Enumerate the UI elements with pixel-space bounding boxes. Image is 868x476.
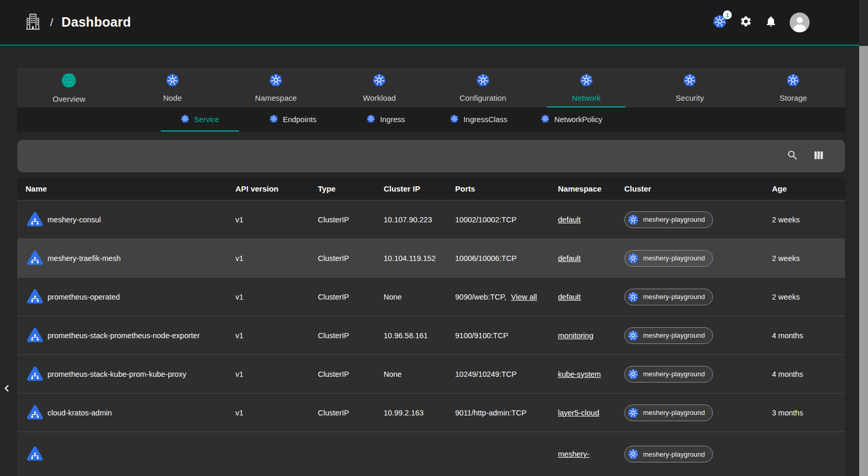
column-header-ports[interactable]: Ports: [455, 184, 558, 193]
table-row[interactable]: meshery-traefik-mesh v1 ClusterIP 10.104…: [17, 239, 845, 277]
kubernetes-icon: [269, 73, 283, 89]
column-header-api-version[interactable]: API version: [235, 184, 318, 193]
table-row[interactable]: prometheus-stack-kube-prom-kube-proxy v1…: [17, 354, 845, 393]
cluster-cell: meshery-playground: [624, 250, 755, 267]
search-button[interactable]: [787, 149, 799, 163]
subtab-networkpolicy[interactable]: NetworkPolicy: [525, 108, 618, 132]
cluster-name: meshery-playground: [643, 216, 705, 223]
service-type: ClusterIP: [318, 254, 384, 263]
subtab-ingress[interactable]: Ingress: [339, 108, 432, 132]
name-cell: meshery-traefik-mesh: [17, 249, 235, 268]
building-icon[interactable]: [24, 13, 42, 32]
age: 2 weeks: [755, 254, 845, 263]
namespace-cell: default: [558, 254, 624, 263]
namespace-link[interactable]: meshery-: [558, 450, 589, 458]
kubernetes-context-button[interactable]: 1: [712, 14, 727, 30]
subtab-service[interactable]: Service: [153, 108, 246, 132]
age: 2 weeks: [755, 216, 845, 224]
namespace-link[interactable]: default: [558, 216, 581, 224]
namespace-cell: monitoring: [558, 331, 624, 340]
table-header-row: NameAPI versionTypeCluster IPPortsNamesp…: [17, 177, 845, 200]
tab-configuration[interactable]: Configuration: [431, 68, 534, 108]
cluster-chip[interactable]: meshery-playground: [624, 289, 713, 305]
view-all-link[interactable]: View all: [511, 293, 537, 301]
kubernetes-icon: [165, 73, 180, 89]
table-row[interactable]: prometheus-stack-prometheus-node-exporte…: [17, 316, 845, 354]
page-scrollbar-track: [859, 0, 868, 476]
namespace-link[interactable]: layer5-cloud: [558, 409, 599, 417]
drawer-collapse-button[interactable]: [0, 380, 15, 397]
service-icon: [26, 210, 44, 229]
kubernetes-icon: [181, 114, 189, 125]
cluster-cell: meshery-playground: [624, 211, 755, 228]
subtab-ingressclass[interactable]: IngressClass: [432, 108, 525, 132]
service-type: ClusterIP: [318, 370, 384, 378]
cluster-cell: meshery-playground: [624, 404, 755, 421]
name-cell: meshery-consul: [17, 210, 235, 229]
cluster-chip[interactable]: meshery-playground: [624, 446, 713, 462]
cluster-cell: meshery-playground: [624, 327, 755, 344]
cluster-chip[interactable]: meshery-playground: [624, 250, 713, 267]
cluster-chip[interactable]: meshery-playground: [624, 211, 713, 228]
tab-storage[interactable]: Storage: [742, 68, 845, 108]
cluster-chip[interactable]: meshery-playground: [624, 404, 713, 421]
ports: 10006/10006:TCP: [455, 254, 517, 263]
table-row[interactable]: meshery- meshery-playground: [17, 432, 845, 476]
namespace-cell: meshery-: [558, 450, 624, 458]
subtab-label: Endpoints: [283, 115, 317, 124]
column-header-cluster[interactable]: Cluster: [624, 184, 755, 193]
kubernetes-icon: [627, 253, 639, 264]
user-avatar[interactable]: [790, 13, 810, 32]
cluster-name: meshery-playground: [643, 409, 705, 416]
tab-node[interactable]: Node: [121, 68, 224, 108]
column-header-name[interactable]: Name: [17, 184, 235, 193]
ports-cell: 10002/10002:TCP: [455, 216, 558, 224]
tab-label: Node: [163, 93, 182, 102]
column-header-type[interactable]: Type: [318, 184, 384, 193]
kubernetes-icon: [269, 114, 278, 125]
column-header-namespace[interactable]: Namespace: [558, 184, 624, 193]
tab-label: Workload: [363, 93, 396, 102]
kubernetes-icon: [372, 73, 386, 89]
service-icon: [26, 288, 44, 306]
tab-overview[interactable]: Overview: [17, 68, 121, 108]
service-type: ClusterIP: [318, 331, 384, 340]
namespace-link[interactable]: default: [558, 293, 581, 301]
notifications-button[interactable]: [765, 15, 777, 29]
page-scrollbar-thumb[interactable]: [859, 46, 868, 476]
namespace-link[interactable]: monitoring: [558, 331, 593, 340]
namespace-link[interactable]: kube-system: [558, 370, 601, 378]
view-columns-button[interactable]: [812, 149, 825, 163]
namespace-link[interactable]: default: [558, 254, 581, 263]
table-row[interactable]: prometheus-operated v1 ClusterIP None 90…: [17, 277, 845, 316]
column-header-age[interactable]: Age: [755, 184, 845, 193]
tab-workload[interactable]: Workload: [328, 68, 431, 108]
cluster-cell: meshery-playground: [624, 289, 755, 305]
tab-security[interactable]: Security: [638, 68, 742, 108]
chevron-left-icon: [0, 382, 14, 397]
subtab-endpoints[interactable]: Endpoints: [246, 108, 339, 132]
subtab-label: Service: [194, 115, 219, 124]
subtab-label: IngressClass: [463, 115, 507, 124]
cluster-chip[interactable]: meshery-playground: [624, 366, 713, 383]
table-row[interactable]: meshery-consul v1 ClusterIP 10.107.90.22…: [17, 200, 845, 239]
meshery-logo-icon: [61, 73, 77, 90]
column-header-cluster-ip[interactable]: Cluster IP: [384, 184, 455, 193]
api-version: v1: [235, 331, 318, 340]
breadcrumb-separator: /: [50, 16, 53, 29]
resource-category-tabs: Overview Node Namespace Workload Configu…: [17, 68, 845, 108]
api-version: v1: [235, 254, 318, 263]
tab-namespace[interactable]: Namespace: [224, 68, 328, 108]
table-row[interactable]: cloud-kratos-admin v1 ClusterIP 10.99.2.…: [17, 393, 845, 432]
cluster-ip: None: [384, 370, 455, 378]
tab-network[interactable]: Network: [534, 68, 638, 108]
cluster-chip[interactable]: meshery-playground: [624, 327, 713, 344]
tab-label: Security: [676, 93, 704, 102]
age: 4 months: [755, 370, 845, 378]
tab-label: Network: [572, 93, 601, 102]
settings-button[interactable]: [740, 15, 752, 29]
table-toolbar: [17, 140, 845, 172]
name-cell: cloud-kratos-admin: [17, 403, 235, 422]
kubernetes-icon: [627, 448, 639, 460]
cluster-name: meshery-playground: [643, 331, 705, 339]
